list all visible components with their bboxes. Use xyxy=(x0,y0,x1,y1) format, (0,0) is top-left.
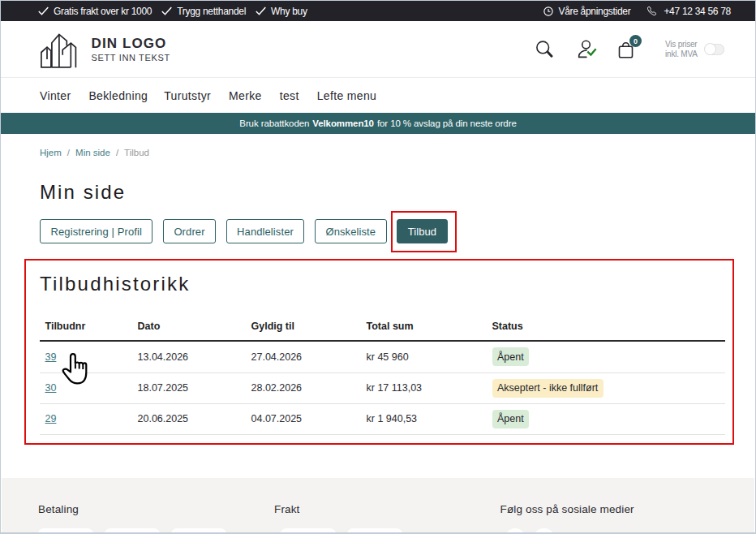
site-header: DIN LOGO SETT INN TEKST 0 xyxy=(1,21,755,78)
cell-dato: 18.07.2025 xyxy=(132,373,246,403)
cell-dato: 13.04.2026 xyxy=(132,341,246,373)
nav-item-test[interactable]: test xyxy=(280,89,299,102)
table-header-row: Tilbudnr Dato Gyldig til Total sum Statu… xyxy=(40,321,725,341)
nav-item-merke[interactable]: Merke xyxy=(229,89,262,102)
cell-total: kr 45 960 xyxy=(361,341,487,373)
col-tilbudnr: Tilbudnr xyxy=(40,321,132,341)
vat-toggle-knob xyxy=(705,44,715,54)
tab-onskeliste[interactable]: Ønskeliste xyxy=(315,219,387,243)
promo-text-before: Bruk rabattkoden xyxy=(239,118,309,128)
search-icon[interactable] xyxy=(536,41,553,58)
cart-icon[interactable]: 0 xyxy=(618,41,634,58)
breadcrumb-tilbud: Tilbud xyxy=(124,148,149,157)
breadcrumb-separator: / xyxy=(116,148,118,157)
table-row: 39 13.04.2026 27.04.2026 kr 45 960 Åpent xyxy=(40,341,725,373)
breadcrumb-min-side[interactable]: Min side xyxy=(75,148,110,157)
social-icons xyxy=(500,528,634,534)
phone-link[interactable]: +47 12 34 56 78 xyxy=(650,6,731,17)
cell-total: kr 1 940,53 xyxy=(361,403,487,434)
col-gyldig-til: Gyldig til xyxy=(246,321,361,341)
logo-text: DIN LOGO SETT INN TEKST xyxy=(92,36,170,62)
topbar-item-free-shipping[interactable]: Gratis frakt over kr 1000 xyxy=(37,5,152,17)
section-title: Tilbudhistorikk xyxy=(40,273,716,295)
logo-subtitle: SETT INN TEKST xyxy=(92,53,170,62)
cell-gyldig-til: 28.02.2026 xyxy=(246,373,361,403)
footer-frakt-title: Frakt xyxy=(274,503,500,515)
site-footer: Betaling Frakt Følg oss på sosiale medie… xyxy=(2,478,754,532)
footer-social-title: Følg oss på sosiale medier xyxy=(500,503,634,515)
opening-hours-label: Våre åpningstider xyxy=(558,6,630,17)
offer-link-29[interactable]: 29 xyxy=(45,413,57,424)
topbar-item-label: Why buy xyxy=(271,6,307,17)
tilbudhistorikk-section: Tilbudhistorikk Tilbudnr Dato Gyldig til… xyxy=(40,273,716,435)
cell-dato: 20.06.2025 xyxy=(132,403,246,434)
offer-link-30[interactable]: 30 xyxy=(45,382,57,394)
topbar: Gratis frakt over kr 1000 Trygg netthand… xyxy=(1,1,755,21)
payment-logo-placeholder xyxy=(38,528,93,534)
status-badge: Åpent xyxy=(492,347,530,366)
topbar-contact-group: Våre åpningstider +47 12 34 56 78 xyxy=(524,6,731,17)
shipping-logos xyxy=(274,528,500,534)
nav-item-bekledning[interactable]: Bekledning xyxy=(88,89,148,102)
check-icon xyxy=(161,5,173,17)
cell-gyldig-til: 27.04.2026 xyxy=(246,341,361,373)
promo-text-after: for 10 % avslag på din neste ordre xyxy=(377,118,517,128)
logo-title: DIN LOGO xyxy=(92,36,170,52)
tab-ordrer[interactable]: Ordrer xyxy=(163,219,216,243)
nav-item-vinter[interactable]: Vinter xyxy=(40,89,71,102)
topbar-item-why-buy[interactable]: Why buy xyxy=(255,5,307,17)
nav-item-lefte-menu[interactable]: Lefte menu xyxy=(317,89,377,102)
shipping-logo-placeholder xyxy=(347,528,402,534)
browser-viewport: Gratis frakt over kr 1000 Trygg netthand… xyxy=(0,0,756,534)
cell-gyldig-til: 04.07.2025 xyxy=(246,403,361,434)
payment-logos xyxy=(38,528,274,534)
col-status: Status xyxy=(487,321,725,341)
table-row: 30 18.07.2025 28.02.2026 kr 17 113,03 Ak… xyxy=(40,373,725,403)
account-tabs: Registrering | Profil Ordrer Handleliste… xyxy=(40,219,716,243)
footer-col-frakt: Frakt xyxy=(274,503,500,534)
main-content: Hjem / Min side / Tilbud Min side Regist… xyxy=(1,134,755,435)
phone-icon xyxy=(647,6,656,15)
vat-toggle-label: Vis priser inkl. MVA xyxy=(665,40,699,59)
promo-banner: Bruk rabattkoden Velkommen10 for 10 % av… xyxy=(1,113,755,134)
col-total-sum: Total sum xyxy=(361,321,487,341)
cell-total: kr 17 113,03 xyxy=(361,373,487,403)
vat-toggle[interactable] xyxy=(705,44,724,55)
offer-link-39[interactable]: 39 xyxy=(45,351,57,363)
tab-tilbud[interactable]: Tilbud xyxy=(397,219,448,243)
page-title: Min side xyxy=(40,181,716,204)
payment-logo-placeholder xyxy=(171,528,226,534)
site-logo[interactable]: DIN LOGO SETT INN TEKST xyxy=(40,31,170,68)
topbar-item-label: Trygg netthandel xyxy=(177,6,246,17)
breadcrumb-hjem[interactable]: Hjem xyxy=(40,148,62,157)
opening-hours-link[interactable]: Våre åpningstider xyxy=(543,6,630,17)
promo-code: Velkommen10 xyxy=(312,118,374,128)
header-actions: 0 Vis priser inkl. MVA xyxy=(536,40,724,59)
cart-count-badge: 0 xyxy=(629,35,642,47)
main-nav: Vinter Bekledning Turutstyr Merke test L… xyxy=(1,78,755,113)
status-badge: Åpent xyxy=(492,410,530,428)
footer-col-betaling: Betaling xyxy=(38,503,274,534)
breadcrumb-separator: / xyxy=(67,148,70,157)
payment-logo-placeholder xyxy=(105,528,160,534)
tab-registrering-profil[interactable]: Registrering | Profil xyxy=(40,219,152,243)
topbar-item-safe-shopping[interactable]: Trygg netthandel xyxy=(161,5,246,17)
topbar-usp-group: Gratis frakt over kr 1000 Trygg netthand… xyxy=(37,5,307,17)
social-icon-placeholder[interactable] xyxy=(533,528,555,534)
status-badge: Akseptert - ikke fullført xyxy=(492,379,604,398)
tab-handlelister[interactable]: Handlelister xyxy=(226,219,305,243)
social-icon-placeholder[interactable] xyxy=(505,528,526,534)
footer-betaling-title: Betaling xyxy=(38,503,274,515)
col-dato: Dato xyxy=(132,321,246,341)
shipping-logo-placeholder xyxy=(281,528,336,534)
check-icon xyxy=(37,5,49,17)
nav-item-turutstyr[interactable]: Turutstyr xyxy=(164,89,211,102)
clock-icon xyxy=(543,6,553,16)
phone-number: +47 12 34 56 78 xyxy=(664,6,731,17)
table-row: 29 20.06.2025 04.07.2025 kr 1 940,53 Åpe… xyxy=(40,403,725,434)
footer-col-social: Følg oss på sosiale medier xyxy=(500,503,634,534)
topbar-item-label: Gratis frakt over kr 1000 xyxy=(54,6,152,17)
offers-table: Tilbudnr Dato Gyldig til Total sum Statu… xyxy=(40,321,725,435)
account-icon[interactable] xyxy=(576,40,597,59)
logo-buildings-icon xyxy=(40,31,78,68)
